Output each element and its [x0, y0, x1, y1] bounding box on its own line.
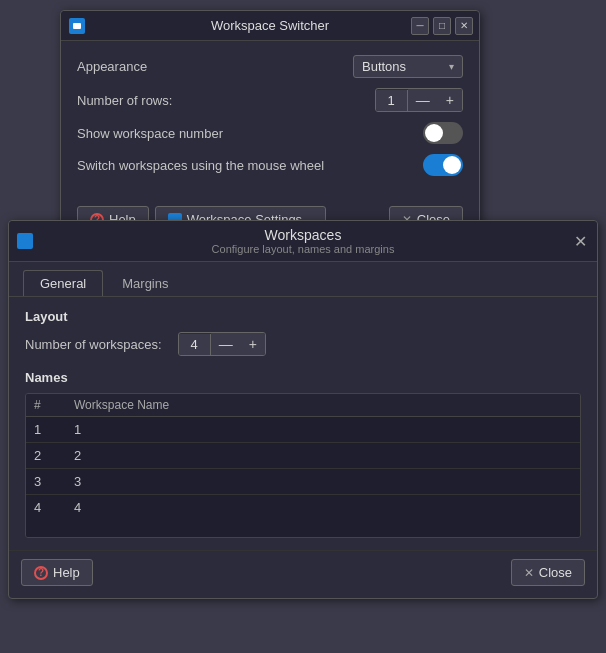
num-workspaces-row: Number of workspaces: 4 — + — [25, 332, 581, 356]
switcher-titlebar: Workspace Switcher ─ □ ✕ — [61, 11, 479, 41]
dropdown-arrow-icon: ▾ — [449, 61, 454, 72]
switcher-minimize-btn[interactable]: ─ — [411, 17, 429, 35]
workspaces-tab-bar: General Margins — [9, 262, 597, 297]
rows-spinner: 1 — + — [375, 88, 463, 112]
tab-margins[interactable]: Margins — [105, 270, 185, 296]
workspaces-help-btn[interactable]: ? Help — [21, 559, 93, 586]
row2-name: 2 — [74, 448, 572, 463]
table-row: 4 4 — [26, 495, 580, 520]
switcher-close-btn[interactable]: ✕ — [455, 17, 473, 35]
appearance-label: Appearance — [77, 59, 147, 74]
switcher-app-icon — [69, 18, 85, 34]
switch-mouse-label: Switch workspaces using the mouse wheel — [77, 158, 324, 173]
rows-decrement-btn[interactable]: — — [408, 89, 438, 111]
switcher-body: Appearance Buttons ▾ Number of rows: 1 —… — [61, 41, 479, 198]
names-table: # Workspace Name 1 1 2 2 3 3 — [25, 393, 581, 538]
row3-name: 3 — [74, 474, 572, 489]
workspaces-titlebar: Workspaces Configure layout, names and m… — [9, 221, 597, 262]
workspaces-close-btn[interactable]: ✕ — [571, 232, 589, 250]
switch-mouse-toggle[interactable] — [423, 154, 463, 176]
rows-increment-btn[interactable]: + — [438, 89, 462, 111]
rows-value: 1 — [376, 90, 408, 111]
appearance-dropdown[interactable]: Buttons ▾ — [353, 55, 463, 78]
rows-row: Number of rows: 1 — + — [77, 88, 463, 112]
show-number-toggle-knob — [425, 124, 443, 142]
table-row: 2 2 — [26, 443, 580, 469]
row1-num: 1 — [34, 422, 74, 437]
names-table-body: 1 1 2 2 3 3 4 4 — [26, 417, 580, 537]
show-number-row: Show workspace number — [77, 122, 463, 144]
num-workspaces-value: 4 — [179, 334, 211, 355]
layout-title: Layout — [25, 309, 581, 324]
switch-mouse-toggle-knob — [443, 156, 461, 174]
workspaces-close-footer-btn[interactable]: ✕ Close — [511, 559, 585, 586]
tab-general[interactable]: General — [23, 270, 103, 296]
names-title: Names — [25, 370, 581, 385]
num-workspaces-increment-btn[interactable]: + — [241, 333, 265, 355]
col-header-num: # — [34, 398, 74, 412]
workspace-switcher-window: Workspace Switcher ─ □ ✕ Appearance Butt… — [60, 10, 480, 246]
dropdown-value: Buttons — [362, 59, 406, 74]
workspaces-title: Workspaces — [265, 227, 342, 243]
table-row: 3 3 — [26, 469, 580, 495]
switcher-maximize-btn[interactable]: □ — [433, 17, 451, 35]
rows-label: Number of rows: — [77, 93, 172, 108]
show-number-label: Show workspace number — [77, 126, 223, 141]
ws-close-icon: ✕ — [524, 566, 534, 580]
workspaces-content: Layout Number of workspaces: 4 — + Names… — [9, 297, 597, 550]
row1-name: 1 — [74, 422, 572, 437]
col-header-name: Workspace Name — [74, 398, 572, 412]
row4-name: 4 — [74, 500, 572, 515]
row3-num: 3 — [34, 474, 74, 489]
num-workspaces-spinner: 4 — + — [178, 332, 266, 356]
show-number-toggle[interactable] — [423, 122, 463, 144]
ws-help-icon: ? — [34, 566, 48, 580]
names-section: Names # Workspace Name 1 1 2 2 — [25, 370, 581, 538]
appearance-row: Appearance Buttons ▾ — [77, 55, 463, 78]
switcher-title: Workspace Switcher — [211, 18, 329, 33]
row4-num: 4 — [34, 500, 74, 515]
workspaces-help-label: Help — [53, 565, 80, 580]
workspaces-footer: ? Help ✕ Close — [9, 550, 597, 598]
workspaces-app-icon — [17, 233, 33, 249]
switcher-titlebar-controls: ─ □ ✕ — [411, 17, 473, 35]
row2-num: 2 — [34, 448, 74, 463]
table-row: 1 1 — [26, 417, 580, 443]
workspaces-window: Workspaces Configure layout, names and m… — [8, 220, 598, 599]
switch-mouse-row: Switch workspaces using the mouse wheel — [77, 154, 463, 176]
workspaces-subtitle: Configure layout, names and margins — [212, 243, 395, 255]
num-workspaces-label: Number of workspaces: — [25, 337, 162, 352]
names-table-header: # Workspace Name — [26, 394, 580, 417]
workspaces-close-footer-label: Close — [539, 565, 572, 580]
num-workspaces-decrement-btn[interactable]: — — [211, 333, 241, 355]
